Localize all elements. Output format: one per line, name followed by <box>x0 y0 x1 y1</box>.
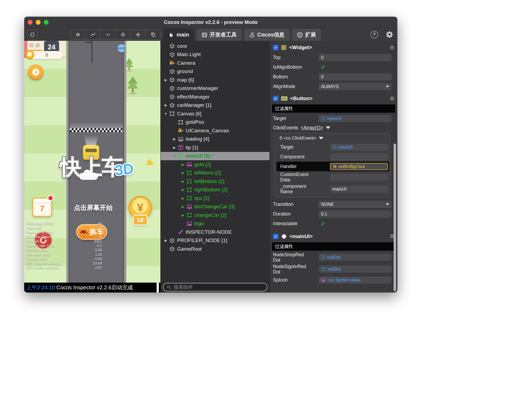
expand-arrow-icon[interactable]: ▶ <box>179 188 186 192</box>
collapse-triangle-icon[interactable] <box>319 137 323 140</box>
handler-field[interactable]: ⊕onBtnBgClick <box>330 163 388 170</box>
transition-field[interactable]: NONE <box>319 201 391 208</box>
tree-item-mainui-8[interactable]: ▼mainUI [8] * <box>161 152 269 160</box>
expand-arrow-icon[interactable]: ▶ <box>171 146 178 149</box>
collapse-triangle-icon[interactable] <box>326 126 330 129</box>
tree-item-camera[interactable]: Camera <box>161 59 269 67</box>
expand-arrow-icon[interactable]: ▶ <box>171 137 178 141</box>
button-rows-top: TargetmainUI <box>270 114 397 123</box>
target-field[interactable]: mainUI <box>330 144 388 151</box>
filter-properties-bar[interactable]: 过滤属性 <box>272 104 395 113</box>
tree-item-tips-2[interactable]: ▶tips [2] <box>161 194 269 203</box>
checkmark-icon[interactable]: ✓ <box>319 221 325 227</box>
tree-item-effectmanager[interactable]: effectManager <box>161 93 269 101</box>
close-button[interactable] <box>28 20 33 25</box>
tree-item-changecar-2[interactable]: ▶changeCar [2] <box>161 211 269 220</box>
tree-item-canvas-6[interactable]: ▼Canvas [6] <box>161 109 269 118</box>
button-enabled-checkbox[interactable]: ✓ <box>273 96 278 101</box>
canvas-green-icon <box>186 195 192 201</box>
tree-item-logo[interactable]: logo <box>161 220 269 228</box>
game-scene[interactable]: 24 ¥ 0 快上车 3D 7 <box>24 41 160 283</box>
tab-main[interactable]: main <box>163 29 194 41</box>
target-field[interactable]: mainUI <box>319 115 391 122</box>
component-name-field[interactable]: mainUI <box>330 185 388 193</box>
stat-row: Instance Count20 <box>26 235 102 239</box>
component-search-box[interactable] <box>163 283 267 291</box>
expand-arrow-icon[interactable]: ▶ <box>179 205 186 209</box>
game-settings-button[interactable] <box>28 64 44 80</box>
tree-item-goldpos[interactable]: goldPos <box>161 118 269 127</box>
tab-cocos-info[interactable]: Cocos信息 <box>244 29 289 41</box>
click-event-title: 0 <cc.ClickEvent> <box>280 136 316 141</box>
tree-item-customermanager[interactable]: customerManager <box>161 84 269 93</box>
mainui-enabled-checkbox[interactable]: ✓ <box>273 234 278 239</box>
target-button[interactable] <box>115 30 130 39</box>
tree-item-leftbottom-2[interactable]: ▶leftBottom [2] <box>161 177 269 186</box>
tree-item-main-light[interactable]: Main Light <box>161 50 269 59</box>
tab-extension[interactable]: 扩展 <box>292 29 321 41</box>
expand-arrow-icon[interactable]: ▶ <box>179 196 186 200</box>
move-button[interactable] <box>130 30 145 39</box>
expand-arrow-icon[interactable]: ▶ <box>179 213 186 217</box>
widget-menu-icon[interactable]: ≡ <box>390 44 394 51</box>
sign-in-calendar-button[interactable]: 7 <box>32 196 53 217</box>
tree-item-loading-4[interactable]: ▶loading [4] <box>161 135 269 144</box>
zoom-button[interactable] <box>44 20 49 25</box>
clickevents-array-type[interactable]: <Array[1]> <box>301 125 323 131</box>
expand-arrow-icon[interactable]: ▶ <box>162 103 169 107</box>
minimize-button[interactable] <box>36 20 41 25</box>
tree-item-ground[interactable]: ground <box>161 67 269 76</box>
field-value: mainUI <box>332 187 346 192</box>
inspector-scrollbar[interactable] <box>394 144 396 291</box>
expand-arrow-icon[interactable]: ▶ <box>179 171 186 175</box>
tree-item-label: Main Light <box>177 52 201 57</box>
tree-item-profiler-node-1[interactable]: ▶PROFILER_NODE [1] <box>161 236 269 245</box>
tree-item-inspector-node[interactable]: INSPECTOR-NODE <box>161 228 269 236</box>
nodeshopred-dot-field[interactable]: redDot <box>319 254 391 261</box>
button-menu-icon[interactable]: ≡ <box>390 95 394 102</box>
calendar-day: 7 <box>32 204 53 213</box>
refresh-button[interactable] <box>27 30 38 39</box>
expand-arrow-icon[interactable]: ▶ <box>179 180 186 183</box>
tab-devtools[interactable]: 开发者工具 <box>197 29 242 41</box>
duplicate-button[interactable] <box>145 30 160 39</box>
tree-item-rightbottom-2[interactable]: ▶rightBottom [2] <box>161 186 269 194</box>
expand-arrow-icon[interactable]: ▼ <box>171 154 178 158</box>
tap-to-start-text[interactable]: 点击屏幕开始 <box>74 203 113 212</box>
tree-item-core[interactable]: core <box>161 42 269 50</box>
tree-item-tip-1[interactable]: ▶tip [1] <box>161 143 269 152</box>
duration-field[interactable]: 0.1 <box>319 210 391 218</box>
tree-item-uicamera-canvas[interactable]: UICamera_Canvas <box>161 126 269 135</box>
tree-item-leftmenu-2[interactable]: ▶leftMenu [2] <box>161 169 269 177</box>
component-field[interactable] <box>330 153 388 160</box>
stat-value: 0.2 <box>97 244 102 248</box>
checkmark-icon[interactable]: ✓ <box>319 64 325 70</box>
expand-arrow-icon[interactable]: ▶ <box>179 163 186 166</box>
alignmode-field[interactable]: ALWAYS <box>319 83 391 90</box>
widget-enabled-checkbox[interactable]: ✓ <box>273 45 278 50</box>
tree-item-carmanager-1[interactable]: ▶carManager [1] <box>161 101 269 110</box>
chart-button[interactable] <box>85 30 100 39</box>
expand-arrow-icon[interactable]: ▶ <box>162 78 169 82</box>
field-value: NONE <box>321 202 334 207</box>
mute-button[interactable] <box>100 30 116 39</box>
tree-item-btnchangecar-3[interactable]: ▶btnChangeCar [3] <box>161 203 269 211</box>
prop-row-spicon: SpIcon<cc.Sprite>video <box>270 275 397 285</box>
expand-arrow-icon[interactable]: ▶ <box>162 239 169 242</box>
filter-properties-bar[interactable]: 过滤属性 <box>272 242 395 251</box>
spicon-field[interactable]: <cc.Sprite>video <box>319 276 391 284</box>
stat-value: 20 <box>98 235 102 239</box>
top-field[interactable]: 0 <box>319 54 391 61</box>
tree-item-gold-2[interactable]: ▶gold [2] <box>161 160 269 169</box>
nodesigninred-dot-field[interactable]: redDot <box>319 265 391 273</box>
tree-item-gameroot[interactable]: GameRoot <box>161 245 269 253</box>
settings-toolbar-button[interactable] <box>386 31 393 38</box>
help-button[interactable]: ? <box>371 31 378 38</box>
expand-arrow-icon[interactable]: ▼ <box>162 112 169 116</box>
node-ref-icon <box>332 145 337 149</box>
search-input[interactable] <box>174 284 264 290</box>
pause-button[interactable] <box>71 30 85 39</box>
customevent-data-field[interactable] <box>330 174 388 181</box>
bottom-field[interactable]: 0 <box>319 73 391 81</box>
tree-item-map-6[interactable]: ▶map [6] <box>161 76 269 84</box>
